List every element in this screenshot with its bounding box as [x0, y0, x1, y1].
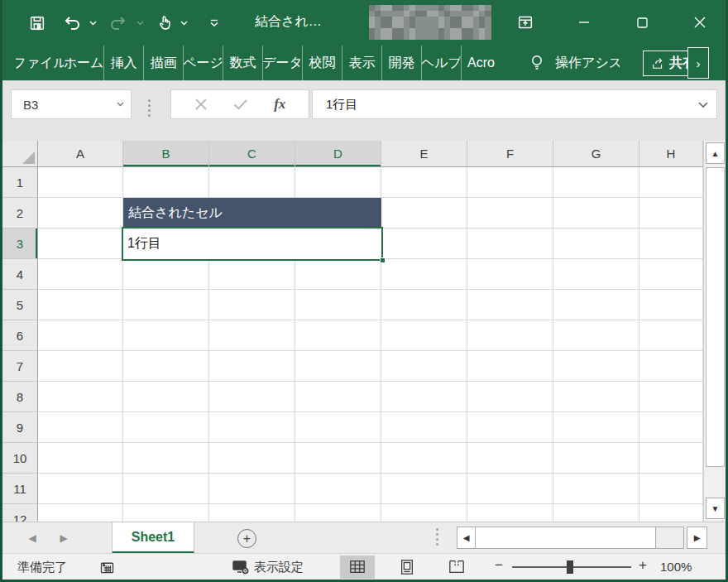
- display-settings-button[interactable]: 表示設定: [231, 557, 304, 577]
- name-box-dropdown[interactable]: [117, 102, 124, 107]
- grid-cell-F3[interactable]: [467, 228, 553, 259]
- grid-cell-B11[interactable]: [123, 474, 209, 504]
- grid-cell-E7[interactable]: [381, 351, 467, 382]
- grid-cell-H10[interactable]: [639, 443, 703, 474]
- grid-cell-C8[interactable]: [209, 382, 295, 412]
- share-button[interactable]: 共有: [643, 51, 689, 76]
- grid-cell-F12[interactable]: [467, 504, 553, 522]
- grid-cell-E2[interactable]: [381, 198, 467, 228]
- scroll-up-button[interactable]: ▲: [706, 142, 725, 164]
- vertical-scroll-thumb[interactable]: [706, 167, 725, 467]
- ribbon-tab-3[interactable]: 挿入: [103, 46, 143, 80]
- ribbon-more-button[interactable]: ›: [687, 47, 709, 79]
- grid-cell-G1[interactable]: [553, 167, 639, 198]
- grid-cell-G5[interactable]: [553, 290, 639, 320]
- grid-cell-A4[interactable]: [38, 259, 123, 290]
- row-header-6[interactable]: 6: [2, 320, 38, 351]
- minimize-button[interactable]: [570, 10, 598, 35]
- grid-cell-G8[interactable]: [553, 382, 639, 412]
- grid-cell-B7[interactable]: [123, 351, 209, 382]
- grid-cell-G11[interactable]: [553, 474, 639, 504]
- grid-cell-E9[interactable]: [381, 412, 467, 443]
- grid-cell-G10[interactable]: [553, 443, 639, 474]
- grid-cell-A2[interactable]: [38, 198, 123, 228]
- grid-cell-C7[interactable]: [209, 351, 295, 382]
- ribbon-tab-2[interactable]: ホーム: [64, 46, 103, 80]
- grid-cell-G12[interactable]: [553, 504, 639, 522]
- grid-cell-H3[interactable]: [639, 228, 703, 259]
- ribbon-tab-4[interactable]: 描画: [143, 46, 183, 80]
- grid-cell-F1[interactable]: [467, 167, 553, 198]
- save-button[interactable]: [26, 12, 49, 35]
- qat-overflow-button[interactable]: [203, 12, 226, 35]
- undo-dropdown[interactable]: [88, 18, 98, 28]
- grid-cell-H9[interactable]: [639, 412, 703, 443]
- touch-mode-button[interactable]: [153, 12, 176, 35]
- fill-handle[interactable]: [380, 257, 386, 263]
- scroll-down-button[interactable]: ▼: [706, 498, 725, 519]
- page-layout-button[interactable]: [390, 556, 424, 579]
- sheet-nav-next-button[interactable]: ▶: [54, 522, 74, 554]
- grid-cell-C9[interactable]: [209, 412, 295, 443]
- grid-cell-H11[interactable]: [639, 474, 703, 504]
- grid-cell-H12[interactable]: [639, 504, 703, 522]
- grid-cell-E5[interactable]: [381, 290, 467, 320]
- grid-cell-F7[interactable]: [467, 351, 553, 382]
- zoom-slider-thumb[interactable]: [567, 560, 573, 574]
- ribbon-tab-8[interactable]: 校閲: [302, 46, 342, 80]
- grid-cell-B10[interactable]: [123, 443, 209, 474]
- grid-cell-F8[interactable]: [467, 382, 553, 412]
- grid-cell-D12[interactable]: [295, 504, 381, 522]
- grid-cell-H4[interactable]: [639, 259, 703, 290]
- grid-cell-H6[interactable]: [639, 320, 703, 351]
- row-header-11[interactable]: 11: [2, 474, 38, 504]
- scroll-right-button[interactable]: ▶: [687, 527, 707, 549]
- formula-input[interactable]: 1行目: [312, 89, 717, 119]
- grid-cell-C10[interactable]: [209, 443, 295, 474]
- grid-cell-C11[interactable]: [209, 474, 295, 504]
- grid-cell-D11[interactable]: [295, 474, 381, 504]
- grid-cell-H5[interactable]: [639, 290, 703, 320]
- grid-cell-E12[interactable]: [381, 504, 467, 522]
- grid-cell-B8[interactable]: [123, 382, 209, 412]
- close-button[interactable]: [686, 10, 714, 35]
- grid-cell-A11[interactable]: [38, 474, 123, 504]
- undo-button[interactable]: [60, 12, 84, 35]
- column-header-F[interactable]: F: [467, 141, 553, 167]
- ribbon-tab-10[interactable]: 開発: [381, 46, 421, 80]
- grid-cell-E4[interactable]: [381, 259, 467, 290]
- grid-cell-E11[interactable]: [381, 474, 467, 504]
- grid-cell-A12[interactable]: [38, 504, 123, 522]
- ribbon-tab-9[interactable]: 表示: [342, 46, 381, 80]
- sheet-tab-sheet1[interactable]: Sheet1: [112, 522, 194, 554]
- ribbon-tab-7[interactable]: データ: [262, 46, 302, 80]
- grid-cell-H2[interactable]: [639, 198, 703, 228]
- add-sheet-button[interactable]: +: [237, 529, 256, 548]
- vertical-scrollbar[interactable]: ▲ ▼: [703, 141, 726, 522]
- ribbon-tab-12[interactable]: Acro: [461, 46, 500, 80]
- grid-cell-E10[interactable]: [381, 443, 467, 474]
- row-header-1[interactable]: 1: [2, 167, 38, 198]
- insert-function-button[interactable]: fx: [274, 96, 285, 113]
- ribbon-tab-1[interactable]: ファイル: [16, 46, 64, 80]
- grid-cell-A7[interactable]: [38, 351, 123, 382]
- scroll-left-button[interactable]: ◀: [457, 527, 476, 548]
- grid-cell-C4[interactable]: [209, 259, 295, 290]
- zoom-out-button[interactable]: −: [491, 557, 507, 574]
- column-header-H[interactable]: H: [639, 141, 703, 167]
- grid-cell-G6[interactable]: [553, 320, 639, 351]
- grid-cell-G4[interactable]: [553, 259, 639, 290]
- row-header-8[interactable]: 8: [2, 382, 38, 412]
- zoom-level[interactable]: 100%: [660, 560, 692, 574]
- search-assistant[interactable]: 操作アシス: [529, 46, 620, 80]
- ribbon-tab-5[interactable]: ページ: [183, 46, 223, 80]
- grid-cell-H8[interactable]: [639, 382, 703, 412]
- column-header-G[interactable]: G: [553, 141, 639, 167]
- grid-cell-B4[interactable]: [123, 259, 209, 290]
- grid-cell-B12[interactable]: [123, 504, 209, 522]
- grid-cell-D8[interactable]: [295, 382, 381, 412]
- grid-cell-F11[interactable]: [467, 474, 553, 504]
- grid-cell-F5[interactable]: [467, 290, 553, 320]
- horizontal-scroll-thumb[interactable]: [476, 527, 656, 548]
- grid-cell-D10[interactable]: [295, 443, 381, 474]
